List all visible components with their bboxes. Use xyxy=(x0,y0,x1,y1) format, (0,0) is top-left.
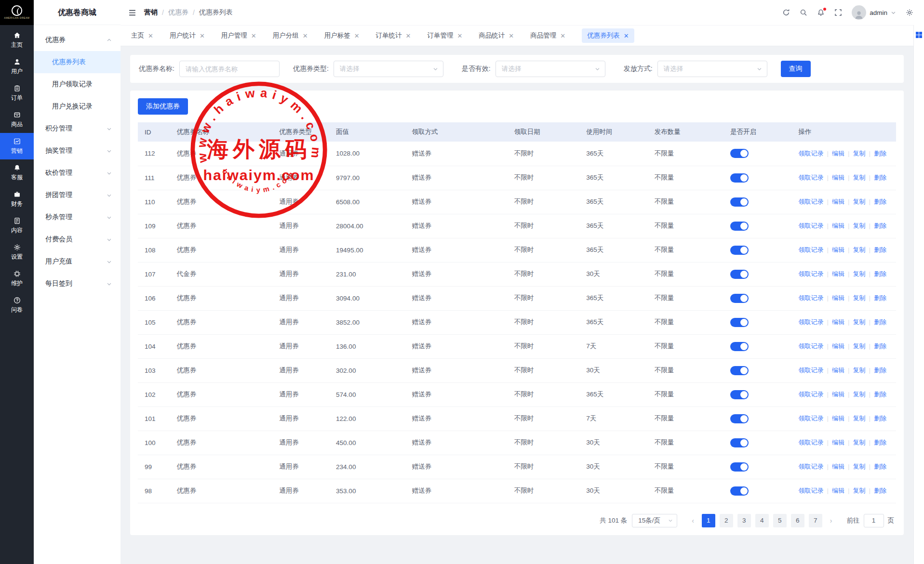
sidebar-subitem-coupon-list[interactable]: 优惠券列表 xyxy=(34,51,121,73)
claim-records-link[interactable]: 领取记录 xyxy=(799,391,824,398)
copy-link[interactable]: 复制 xyxy=(853,487,866,494)
sidebar-item-coupon[interactable]: 优惠券 xyxy=(34,29,121,51)
rail-item-goods[interactable]: 商品 xyxy=(0,106,34,133)
delete-link[interactable]: 删除 xyxy=(874,270,886,277)
close-icon[interactable]: ✕ xyxy=(509,33,514,39)
rail-item-settings[interactable]: 设置 xyxy=(0,239,34,265)
breadcrumb-middle[interactable]: 优惠券 xyxy=(168,8,188,17)
enable-toggle[interactable] xyxy=(730,294,749,303)
page-button-1[interactable]: 1 xyxy=(702,514,715,527)
sidebar-item-flashsale[interactable]: 秒杀管理 xyxy=(34,206,121,228)
edit-link[interactable]: 编辑 xyxy=(832,487,844,494)
refresh-icon[interactable] xyxy=(782,9,790,16)
delete-link[interactable]: 删除 xyxy=(874,246,886,253)
page-button-3[interactable]: 3 xyxy=(737,514,751,527)
delete-link[interactable]: 删除 xyxy=(874,198,886,205)
claim-records-link[interactable]: 领取记录 xyxy=(799,342,824,350)
enable-toggle[interactable] xyxy=(730,197,749,207)
close-icon[interactable]: ✕ xyxy=(148,33,153,39)
page-button-4[interactable]: 4 xyxy=(755,514,769,527)
delete-link[interactable]: 删除 xyxy=(874,415,886,422)
rail-item-maintenance[interactable]: 维护 xyxy=(0,265,34,292)
search-icon[interactable] xyxy=(800,9,807,16)
page-button-2[interactable]: 2 xyxy=(720,514,733,527)
edit-link[interactable]: 编辑 xyxy=(832,463,844,470)
sidebar-item-groupbuy[interactable]: 拼团管理 xyxy=(34,184,121,206)
claim-records-link[interactable]: 领取记录 xyxy=(799,174,824,181)
enable-toggle[interactable] xyxy=(730,486,749,496)
rail-item-support[interactable]: 客服 xyxy=(0,159,34,186)
copy-link[interactable]: 复制 xyxy=(853,439,866,446)
sidebar-subitem-user-claim-records[interactable]: 用户领取记录 xyxy=(34,73,121,95)
sidebar-item-user-recharge[interactable]: 用户充值 xyxy=(34,250,121,273)
claim-records-link[interactable]: 领取记录 xyxy=(799,270,824,277)
copy-link[interactable]: 复制 xyxy=(853,198,866,205)
tab-user-stats[interactable]: 用户统计✕ xyxy=(170,31,205,40)
delete-link[interactable]: 删除 xyxy=(874,150,886,157)
claim-records-link[interactable]: 领取记录 xyxy=(799,463,824,470)
search-button[interactable]: 查询 xyxy=(781,61,811,77)
sidebar-item-points[interactable]: 积分管理 xyxy=(34,118,121,140)
edit-link[interactable]: 编辑 xyxy=(832,318,844,326)
tab-home[interactable]: 主页✕ xyxy=(131,31,153,40)
edit-link[interactable]: 编辑 xyxy=(832,246,844,253)
dispatch-select[interactable]: 请选择 xyxy=(657,61,767,77)
delete-link[interactable]: 删除 xyxy=(874,318,886,326)
claim-records-link[interactable]: 领取记录 xyxy=(799,294,824,302)
edit-link[interactable]: 编辑 xyxy=(832,294,844,302)
delete-link[interactable]: 删除 xyxy=(874,439,886,446)
copy-link[interactable]: 复制 xyxy=(853,222,866,229)
sidebar-item-paid-member[interactable]: 付费会员 xyxy=(34,228,121,250)
close-icon[interactable]: ✕ xyxy=(624,33,629,39)
page-button-7[interactable]: 7 xyxy=(809,514,822,527)
page-button-5[interactable]: 5 xyxy=(773,514,787,527)
copy-link[interactable]: 复制 xyxy=(853,463,866,470)
rail-item-survey[interactable]: 问卷 xyxy=(0,292,34,318)
edit-link[interactable]: 编辑 xyxy=(832,150,844,157)
rail-item-content[interactable]: 内容 xyxy=(0,212,34,239)
rail-item-orders[interactable]: 订单 xyxy=(0,80,34,106)
rail-item-home[interactable]: 主页 xyxy=(0,27,34,53)
rail-item-marketing[interactable]: 营销 xyxy=(0,133,34,159)
edit-link[interactable]: 编辑 xyxy=(832,391,844,398)
sidebar-item-bargain[interactable]: 砍价管理 xyxy=(34,162,121,184)
enable-toggle[interactable] xyxy=(730,318,749,327)
tab-user-management[interactable]: 用户管理✕ xyxy=(221,31,256,40)
copy-link[interactable]: 复制 xyxy=(853,415,866,422)
sidebar-item-lottery[interactable]: 抽奖管理 xyxy=(34,140,121,162)
tab-order-management[interactable]: 订单管理✕ xyxy=(427,31,462,40)
chevron-right-icon[interactable]: › xyxy=(827,517,835,525)
tab-product-management[interactable]: 商品管理✕ xyxy=(530,31,565,40)
sidebar-subitem-user-redeem-records[interactable]: 用户兑换记录 xyxy=(34,95,121,118)
copy-link[interactable]: 复制 xyxy=(853,246,866,253)
coupon-type-select[interactable]: 请选择 xyxy=(334,61,443,77)
right-scroll-strip[interactable] xyxy=(913,25,924,564)
delete-link[interactable]: 删除 xyxy=(874,367,886,374)
claim-records-link[interactable]: 领取记录 xyxy=(799,439,824,446)
enable-toggle[interactable] xyxy=(730,246,749,255)
enable-toggle[interactable] xyxy=(730,438,749,447)
claim-records-link[interactable]: 领取记录 xyxy=(799,222,824,229)
delete-link[interactable]: 删除 xyxy=(874,294,886,302)
copy-link[interactable]: 复制 xyxy=(853,318,866,326)
tab-user-groups[interactable]: 用户分组✕ xyxy=(273,31,308,40)
edit-link[interactable]: 编辑 xyxy=(832,415,844,422)
claim-records-link[interactable]: 领取记录 xyxy=(799,367,824,374)
goto-page-input[interactable] xyxy=(864,514,884,527)
enable-toggle[interactable] xyxy=(730,342,749,351)
page-size-select[interactable]: 15条/页 xyxy=(632,514,677,527)
breadcrumb-root[interactable]: 营销 xyxy=(144,8,158,17)
copy-link[interactable]: 复制 xyxy=(853,391,866,398)
rail-item-users[interactable]: 用户 xyxy=(0,53,34,80)
fullscreen-icon[interactable] xyxy=(834,9,842,16)
edit-link[interactable]: 编辑 xyxy=(832,439,844,446)
edit-link[interactable]: 编辑 xyxy=(832,342,844,350)
user-menu[interactable]: admin xyxy=(852,5,896,20)
tab-product-stats[interactable]: 商品统计✕ xyxy=(479,31,514,40)
enable-toggle[interactable] xyxy=(730,390,749,399)
enable-toggle[interactable] xyxy=(730,173,749,183)
edit-link[interactable]: 编辑 xyxy=(832,222,844,229)
app-logo[interactable]: AMERICAN DREAM xyxy=(0,0,34,25)
copy-link[interactable]: 复制 xyxy=(853,342,866,350)
edit-link[interactable]: 编辑 xyxy=(832,174,844,181)
